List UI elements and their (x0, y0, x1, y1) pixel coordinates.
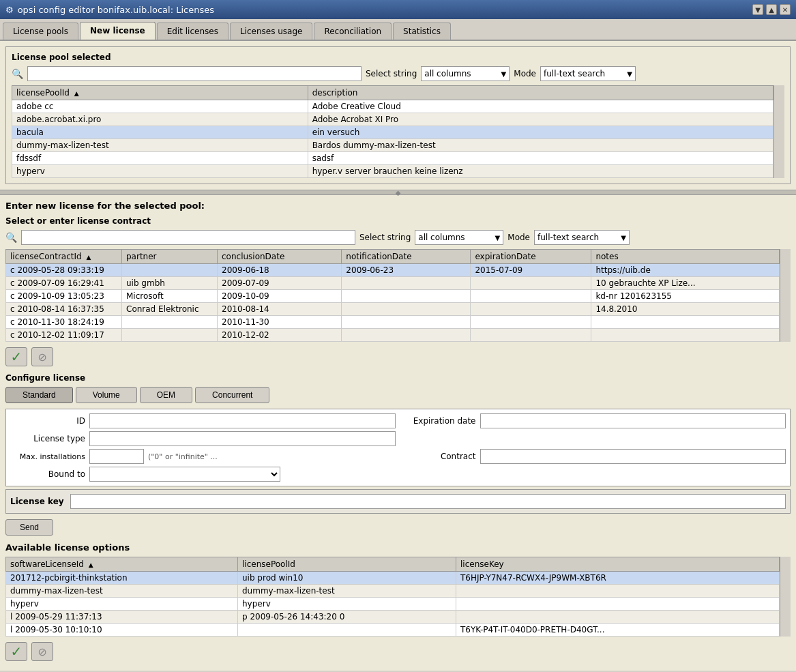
table-row[interactable]: c 2010-11-30 18:24:19 2010-11-30 (6, 316, 780, 329)
th-description[interactable]: description (308, 86, 773, 100)
expiration-input[interactable] (480, 413, 786, 428)
contract-dropdown-arrow: ▼ (495, 234, 501, 242)
tab-licenses-usage[interactable]: Licenses usage (230, 23, 313, 40)
tab-license-pools[interactable]: License pools (3, 23, 78, 40)
id-label: ID (10, 416, 85, 426)
form-row-licensetype: License type (10, 431, 396, 446)
send-button[interactable]: Send (5, 519, 53, 536)
table-row[interactable]: bacula ein versuch (12, 126, 773, 139)
cell-softwareLicenseId: hyperv (6, 598, 238, 611)
table-row[interactable]: 201712-pcbirgit-thinkstation uib prod wi… (6, 572, 780, 585)
bottom-action-buttons: ✓ ⊘ (5, 642, 791, 661)
available-table: softwareLicenseId ▲ licensePoolId licens… (5, 557, 780, 637)
cell-contractId: c 2010-11-30 18:24:19 (6, 316, 122, 329)
license-pool-search-input[interactable] (27, 66, 362, 81)
table-row[interactable]: hyperv hyper.v server brauchen keine liz… (12, 165, 773, 178)
scrollbar-track[interactable] (773, 85, 784, 178)
contract-input[interactable] (480, 449, 786, 464)
th-notes[interactable]: notes (591, 250, 780, 264)
th-notificationDate[interactable]: notificationDate (342, 250, 471, 264)
table-row[interactable]: l 2009-05-29 11:37:13 p 2009-05-26 14:43… (6, 611, 780, 624)
bottom-confirm-button[interactable]: ✓ (5, 642, 27, 661)
table-row[interactable]: c 2009-07-09 16:29:41 uib gmbh 2009-07-0… (6, 277, 780, 290)
cell-conclusionDate: 2010-11-30 (218, 316, 342, 329)
concurrent-btn[interactable]: Concurrent (195, 387, 269, 403)
table-row[interactable]: c 2009-05-28 09:33:19 2009-06-18 2009-06… (6, 264, 780, 277)
contract-mode-dropdown[interactable]: full-text search ▼ (534, 230, 630, 245)
contract-subtitle: Select or enter license contract (5, 216, 791, 226)
expiration-label: Expiration date (401, 416, 476, 426)
contract-scrollbar[interactable] (780, 249, 791, 342)
license-key-input[interactable] (70, 494, 786, 509)
window-controls: ▼ ▲ ✕ (752, 4, 791, 15)
table-row[interactable]: fdssdf sadsf (12, 152, 773, 165)
volume-btn[interactable]: Volume (76, 387, 137, 403)
bottom-cancel-button[interactable]: ⊘ (31, 642, 53, 661)
minimize-button[interactable]: ▼ (752, 4, 763, 15)
confirm-button[interactable]: ✓ (5, 347, 27, 366)
cell-partner: uib gmbh (122, 277, 218, 290)
oem-btn[interactable]: OEM (140, 387, 192, 403)
th-softwareLicenseId[interactable]: softwareLicenseId ▲ (6, 557, 238, 572)
cell-expirationDate (471, 329, 591, 342)
window-title: opsi config editor bonifax.uib.local: Li… (18, 5, 214, 15)
cell-contractId: c 2009-05-28 09:33:19 (6, 264, 122, 277)
license-pool-title: License pool selected (12, 53, 784, 62)
licensetype-input[interactable] (89, 431, 396, 446)
maxinstall-note: ("0" or "infinite" ... (148, 452, 218, 461)
license-key-section: License key (5, 489, 791, 514)
license-pool-table: licensePoolId ▲ description adobe cc Ado… (12, 85, 773, 178)
th-licensePoolId2[interactable]: licensePoolId (238, 557, 456, 572)
cell-notificationDate (342, 316, 471, 329)
th-licenseKey2[interactable]: licenseKey (456, 557, 780, 572)
tab-new-license[interactable]: New license (80, 22, 156, 40)
app-icon: ⚙️ (5, 5, 14, 15)
cell-contractId: c 2010-08-14 16:37:35 (6, 303, 122, 316)
th-licensePoolId[interactable]: licensePoolId ▲ (12, 86, 308, 100)
th-partner[interactable]: partner (122, 250, 218, 264)
tab-reconciliation[interactable]: Reconciliation (314, 23, 392, 40)
form-row-expiration: Expiration date (401, 413, 786, 428)
select-string-dropdown[interactable]: all columns ▼ (421, 66, 510, 81)
standard-btn[interactable]: Standard (5, 387, 73, 403)
table-row[interactable]: c 2009-10-09 13:05:23 Microsoft 2009-10-… (6, 290, 780, 303)
cell-licensePoolId: hyperv (238, 598, 456, 611)
th-contractId[interactable]: licenseContractId ▲ (6, 250, 122, 264)
cell-licensePoolId: adobe.acrobat.xi.pro (12, 113, 308, 126)
tab-edit-licenses[interactable]: Edit licenses (157, 23, 229, 40)
id-input[interactable] (89, 413, 396, 428)
table-row[interactable]: adobe.acrobat.xi.pro Adobe Acrobat XI Pr… (12, 113, 773, 126)
cell-description: ein versuch (308, 126, 773, 139)
tab-statistics[interactable]: Statistics (393, 23, 451, 40)
contract-select-string-label: Select string (359, 233, 411, 242)
contract-table: licenseContractId ▲ partner conclusionDa… (5, 249, 780, 342)
cancel-button[interactable]: ⊘ (31, 347, 53, 366)
available-scrollbar[interactable] (780, 557, 791, 637)
main-content: License pool selected 🔍 Select string al… (0, 41, 796, 671)
available-title: Available license options (5, 542, 791, 553)
sort-arrow-poolid: ▲ (74, 90, 79, 97)
maximize-button[interactable]: ▲ (766, 4, 777, 15)
th-conclusionDate[interactable]: conclusionDate (218, 250, 342, 264)
select-string-label: Select string (366, 69, 417, 78)
cell-licensePoolId: p 2009-05-26 14:43:20 0 (238, 611, 456, 624)
cell-notes (591, 329, 780, 342)
table-row[interactable]: dummy-max-lizen-test Bardos dummy-max-li… (12, 139, 773, 152)
contract-action-buttons: ✓ ⊘ (5, 347, 791, 366)
table-row[interactable]: hyperv hyperv (6, 598, 780, 611)
boundto-label: Bound to (10, 469, 85, 479)
mode-dropdown[interactable]: full-text search ▼ (540, 66, 636, 81)
th-expirationDate[interactable]: expirationDate (471, 250, 591, 264)
table-row[interactable]: adobe cc Adobe Creative Cloud (12, 100, 773, 113)
maxinstall-input[interactable] (89, 449, 144, 464)
table-row[interactable]: c 2010-12-02 11:09:17 2010-12-02 (6, 329, 780, 342)
table-row[interactable]: l 2009-05-30 10:10:10 T6YK-P4T-IT-040D0-… (6, 624, 780, 637)
boundto-dropdown[interactable] (89, 467, 280, 482)
cell-conclusionDate: 2009-06-18 (218, 264, 342, 277)
contract-search-input[interactable] (21, 230, 355, 245)
contract-select-string-dropdown[interactable]: all columns ▼ (415, 230, 503, 245)
cell-notes: kd-nr 1201623155 (591, 290, 780, 303)
table-row[interactable]: dummy-max-lizen-test dummy-max-lizen-tes… (6, 585, 780, 598)
close-button[interactable]: ✕ (780, 4, 791, 15)
table-row[interactable]: c 2010-08-14 16:37:35 Conrad Elektronic … (6, 303, 780, 316)
